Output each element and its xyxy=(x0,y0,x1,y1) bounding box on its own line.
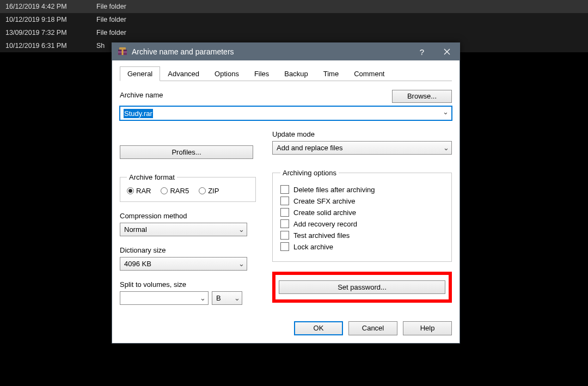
tab-strip: General Advanced Options Files Backup Ti… xyxy=(120,66,452,81)
chevron-down-icon: ⌄ xyxy=(236,260,247,268)
dialog-buttons: OK Cancel Help xyxy=(120,321,452,335)
update-mode-label: Update mode xyxy=(272,130,452,138)
checkbox-label: Delete files after archiving xyxy=(293,186,375,194)
file-type: File folder xyxy=(96,13,126,26)
checkbox-icon xyxy=(280,231,289,240)
dictionary-size-value: 4096 KB xyxy=(120,260,236,268)
radio-label: RAR xyxy=(136,187,151,195)
checkbox-solid[interactable]: Create solid archive xyxy=(280,208,444,217)
radio-label: RAR5 xyxy=(170,187,189,195)
radio-zip[interactable]: ZIP xyxy=(199,187,219,195)
tab-time[interactable]: Time xyxy=(316,66,346,81)
archive-name-field[interactable]: Study.rar xyxy=(120,106,452,120)
archiving-options-group: Archiving options Delete files after arc… xyxy=(272,169,452,262)
compression-method-select[interactable]: Normal ⌄ xyxy=(120,223,247,236)
update-mode-value: Add and replace files xyxy=(273,144,440,152)
checkbox-label: Create solid archive xyxy=(293,209,356,217)
file-date: 13/09/2019 7:32 PM xyxy=(0,26,96,39)
chevron-down-icon: ⌄ xyxy=(197,294,208,302)
browse-button[interactable]: Browse... xyxy=(392,90,452,103)
checkbox-icon xyxy=(280,185,289,194)
tab-advanced[interactable]: Advanced xyxy=(160,66,207,81)
file-date: 16/12/2019 4:42 PM xyxy=(0,0,96,13)
chevron-down-icon: ⌄ xyxy=(232,294,242,302)
checkbox-test[interactable]: Test archived files xyxy=(280,231,444,240)
help-button-bottom[interactable]: Help xyxy=(403,321,452,335)
checkbox-recovery[interactable]: Add recovery record xyxy=(280,219,444,228)
titlebar[interactable]: Archive name and parameters ? xyxy=(112,43,460,60)
svg-rect-4 xyxy=(122,50,124,55)
archiving-options-legend: Archiving options xyxy=(280,169,339,177)
radio-label: ZIP xyxy=(208,187,219,195)
set-password-highlight: Set password... xyxy=(272,272,452,303)
chevron-down-icon[interactable] xyxy=(439,107,451,120)
archive-name-input[interactable]: Study.rar xyxy=(120,107,439,120)
checkbox-icon xyxy=(280,219,289,228)
split-unit-value: B xyxy=(212,294,232,302)
tab-general[interactable]: General xyxy=(120,66,160,81)
checkbox-sfx[interactable]: Create SFX archive xyxy=(280,197,444,205)
ok-button[interactable]: OK xyxy=(294,321,343,335)
set-password-button[interactable]: Set password... xyxy=(279,280,445,294)
file-row[interactable]: 10/12/2019 9:18 PM File folder xyxy=(0,13,588,26)
checkbox-label: Test archived files xyxy=(293,231,350,240)
tab-options[interactable]: Options xyxy=(207,66,247,81)
cancel-button[interactable]: Cancel xyxy=(348,321,397,335)
archive-format-legend: Archive format xyxy=(127,173,177,181)
checkbox-icon xyxy=(280,197,289,205)
file-type: File folder xyxy=(96,0,126,13)
archive-name-label: Archive name xyxy=(120,90,392,99)
checkbox-label: Lock archive xyxy=(293,243,333,251)
file-row[interactable]: 13/09/2019 7:32 PM File folder xyxy=(0,26,588,39)
tab-comment[interactable]: Comment xyxy=(346,66,392,81)
tab-files[interactable]: Files xyxy=(247,66,277,81)
dialog-client: General Advanced Options Files Backup Ti… xyxy=(112,60,460,343)
compression-method-value: Normal xyxy=(120,225,236,234)
radio-icon xyxy=(127,187,134,194)
profiles-button[interactable]: Profiles... xyxy=(120,145,253,159)
help-button[interactable]: ? xyxy=(409,43,434,60)
chevron-down-icon: ⌄ xyxy=(440,144,451,152)
dialog-title: Archive name and parameters xyxy=(132,47,409,56)
update-mode-select[interactable]: Add and replace files ⌄ xyxy=(272,141,452,155)
radio-icon xyxy=(161,187,168,194)
file-row[interactable]: 16/12/2019 4:42 PM File folder xyxy=(0,0,588,13)
chevron-down-icon: ⌄ xyxy=(236,225,247,234)
file-type: Sh xyxy=(96,39,105,52)
checkbox-icon xyxy=(280,208,289,217)
archive-format-group: Archive format RAR RAR5 ZIP xyxy=(120,173,256,202)
checkbox-icon xyxy=(280,242,289,251)
dictionary-size-label: Dictionary size xyxy=(120,246,261,254)
winrar-icon xyxy=(117,46,128,58)
file-type: File folder xyxy=(96,26,126,39)
checkbox-label: Create SFX archive xyxy=(293,197,355,205)
checkbox-label: Add recovery record xyxy=(293,220,357,228)
split-unit-select[interactable]: B ⌄ xyxy=(212,291,242,305)
file-date: 10/12/2019 6:31 PM xyxy=(0,39,96,52)
split-volumes-label: Split to volumes, size xyxy=(120,280,261,289)
checkbox-delete-after[interactable]: Delete files after archiving xyxy=(280,185,444,194)
checkbox-lock[interactable]: Lock archive xyxy=(280,242,444,251)
file-date: 10/12/2019 9:18 PM xyxy=(0,13,96,26)
archive-name-value: Study.rar xyxy=(124,109,153,118)
compression-method-label: Compression method xyxy=(120,212,261,220)
split-size-input[interactable]: ⌄ xyxy=(120,291,209,305)
archive-dialog: Archive name and parameters ? General Ad… xyxy=(112,42,460,344)
tab-backup[interactable]: Backup xyxy=(277,66,315,81)
close-button[interactable] xyxy=(434,43,460,60)
radio-rar5[interactable]: RAR5 xyxy=(161,187,189,195)
radio-icon xyxy=(199,187,206,194)
dictionary-size-select[interactable]: 4096 KB ⌄ xyxy=(120,257,247,271)
radio-rar[interactable]: RAR xyxy=(127,187,151,195)
